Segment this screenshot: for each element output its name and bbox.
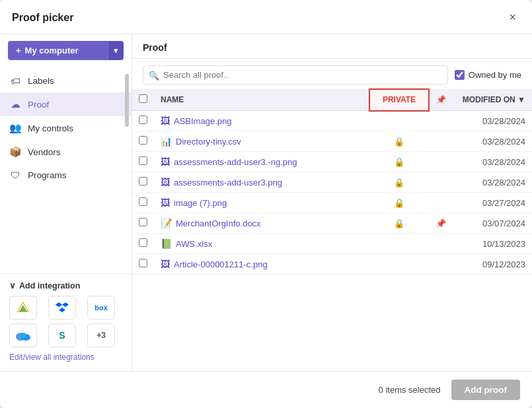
owned-by-me-checkbox[interactable] <box>455 70 465 80</box>
lock-icon: 🔒 <box>394 178 404 187</box>
file-link[interactable]: 🖼 assessments-add-user3.png <box>161 177 363 187</box>
sidebar-item-proof[interactable]: ☁ Proof <box>0 92 132 116</box>
file-link[interactable]: 📗 AWS.xlsx <box>161 238 363 249</box>
row-checkbox[interactable] <box>139 238 147 247</box>
sharepoint-integration-button[interactable]: S <box>48 323 76 347</box>
row-checkbox[interactable] <box>139 177 147 186</box>
main-content: Proof 🔍 Owned by me <box>132 34 532 371</box>
row-checkbox[interactable] <box>139 156 147 165</box>
more-integrations-label: +3 <box>96 331 106 340</box>
dropbox-integration-button[interactable] <box>48 296 76 320</box>
private-col: 🔒 <box>369 172 429 193</box>
header-pin: 📌 <box>429 89 453 111</box>
onedrive-icon <box>16 330 30 341</box>
private-col: 🔒 <box>369 131 429 152</box>
row-checkbox[interactable] <box>139 197 147 206</box>
private-col <box>369 111 429 131</box>
dropbox-icon <box>56 302 69 314</box>
file-link[interactable]: 🖼 image (7).png <box>161 197 363 208</box>
integration-icons-grid: box S +3 <box>9 296 122 347</box>
more-integrations-button[interactable]: +3 <box>87 323 115 347</box>
header-checkbox-col <box>132 89 154 111</box>
svg-marker-6 <box>56 302 62 307</box>
sidebar-nav: 🏷 Labels ☁ Proof 👥 My controls 📦 Vendors… <box>0 69 132 273</box>
gdrive-integration-button[interactable] <box>9 296 37 320</box>
file-link[interactable]: 🖼 Article-000001211-c.png <box>161 259 363 269</box>
file-link[interactable]: 🖼 assessments-add-user3.-ng.png <box>161 156 363 167</box>
box-label: box <box>95 304 108 312</box>
chevron-icon: ∨ <box>9 281 16 290</box>
pin-col <box>429 234 453 254</box>
word-file-icon: 📝 <box>161 218 172 228</box>
image-file-icon: 🖼 <box>161 259 170 269</box>
lock-icon: 🔒 <box>394 219 404 228</box>
image-file-icon: 🖼 <box>161 156 170 167</box>
lock-icon: 🔒 <box>394 198 404 208</box>
add-integration-section: ∨ Add integration <box>0 273 132 371</box>
sidebar-item-labels[interactable]: 🏷 Labels <box>0 69 132 92</box>
onedrive-integration-button[interactable] <box>9 323 37 347</box>
pin-col <box>429 131 453 152</box>
sidebar-item-label: Labels <box>28 76 54 86</box>
select-all-checkbox[interactable] <box>139 94 147 103</box>
table-row: 🖼 assessments-add-user3.-ng.png🔒03/28/20… <box>132 152 532 172</box>
proof-icon: ☁ <box>9 98 21 110</box>
image-file-icon: 🖼 <box>161 197 170 208</box>
row-checkbox[interactable] <box>139 259 147 267</box>
sidebar: + My computer ▾ 🏷 Labels ☁ Proof � <box>0 34 132 371</box>
file-link[interactable]: 📝 MerchantOrgInfo.docx <box>161 218 363 228</box>
svg-marker-1 <box>19 305 27 312</box>
add-proof-button[interactable]: Add proof <box>451 380 520 400</box>
row-checkbox[interactable] <box>139 136 147 145</box>
pin-col <box>429 172 453 193</box>
sidebar-item-label: Proof <box>28 100 49 110</box>
add-integration-toggle[interactable]: ∨ Add integration <box>9 281 122 290</box>
sidebar-item-my-controls[interactable]: 👥 My controls <box>0 116 132 140</box>
programs-icon: 🛡 <box>9 170 21 181</box>
edit-integrations-link[interactable]: Edit/view all integrations <box>9 353 122 367</box>
file-link[interactable]: 🖼 ASBImage.png <box>161 116 363 126</box>
header-name[interactable]: NAME <box>154 89 369 111</box>
chevron-down-icon: ▾ <box>114 46 118 55</box>
private-col: 🔒 <box>369 193 429 213</box>
dialog-title: Proof picker <box>12 12 73 24</box>
file-table-body: 🖼 ASBImage.png03/28/2024📊 Directory-tiny… <box>132 111 532 275</box>
sidebar-item-programs[interactable]: 🛡 Programs <box>0 164 132 187</box>
owned-by-me-filter: Owned by me <box>455 70 521 80</box>
sidebar-item-label: Programs <box>28 170 67 180</box>
close-button[interactable]: × <box>505 9 520 26</box>
my-controls-icon: 👥 <box>9 122 21 134</box>
table-row: 📊 Directory-tiny.csv🔒03/28/2024 <box>132 131 532 152</box>
pin-header-icon: 📌 <box>436 95 446 104</box>
table-header: NAME PRIVATE 📌 MODIFIED ON ▼ <box>132 89 532 111</box>
private-col <box>369 254 429 275</box>
labels-icon: 🏷 <box>9 75 21 86</box>
pin-col <box>429 152 453 172</box>
sidebar-item-vendors[interactable]: 📦 Vendors <box>0 140 132 164</box>
file-link[interactable]: 📊 Directory-tiny.csv <box>161 136 363 147</box>
header-private[interactable]: PRIVATE <box>369 89 429 111</box>
proof-picker-dialog: Proof picker × + My computer ▾ 🏷 Labels <box>0 0 532 408</box>
gdrive-icon <box>17 301 30 314</box>
box-integration-button[interactable]: box <box>87 296 115 320</box>
sidebar-scrollbar <box>125 74 129 127</box>
search-icon: 🔍 <box>149 70 159 80</box>
owned-by-me-label[interactable]: Owned by me <box>469 70 521 80</box>
search-input[interactable] <box>143 65 448 85</box>
my-computer-button[interactable]: + My computer <box>8 41 108 60</box>
modified-date: 09/12/2023 <box>453 254 532 275</box>
pin-icon: 📌 <box>436 219 446 228</box>
row-checkbox[interactable] <box>139 116 147 124</box>
private-col <box>369 234 429 254</box>
header-modified[interactable]: MODIFIED ON ▼ <box>453 89 532 111</box>
dialog-header: Proof picker × <box>0 0 532 34</box>
table-row: 🖼 Article-000001211-c.png09/12/2023 <box>132 254 532 275</box>
table-row: 🖼 image (7).png🔒03/27/2024 <box>132 193 532 213</box>
modified-date: 03/07/2024 <box>453 213 532 234</box>
search-input-wrapper: 🔍 <box>143 65 448 85</box>
my-computer-dropdown-button[interactable]: ▾ <box>108 41 124 60</box>
row-checkbox[interactable] <box>139 218 147 226</box>
file-table: NAME PRIVATE 📌 MODIFIED ON ▼ 🖼 ASBImage.… <box>132 88 532 275</box>
dialog-body: + My computer ▾ 🏷 Labels ☁ Proof � <box>0 34 532 371</box>
modified-date: 03/28/2024 <box>453 111 532 131</box>
